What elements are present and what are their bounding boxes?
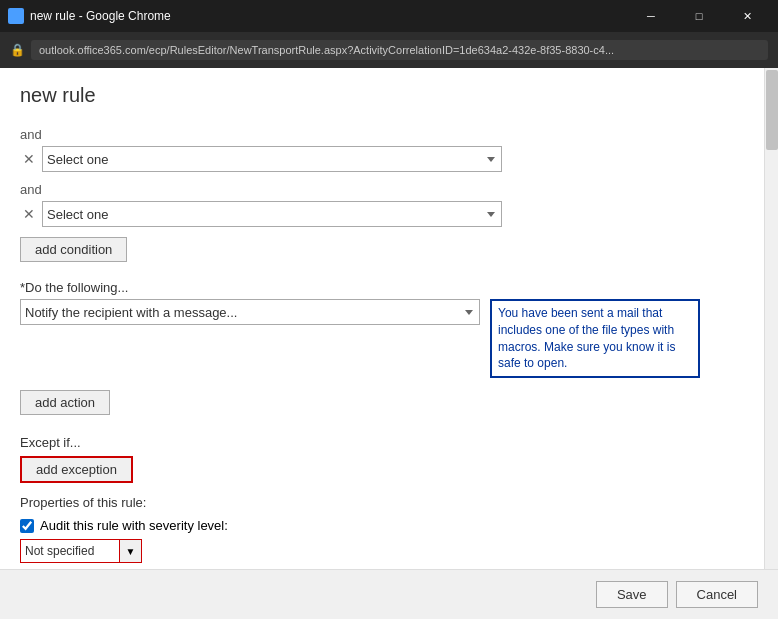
condition1-remove-button[interactable]: ✕ (20, 150, 38, 168)
condition1-dropdown[interactable]: Select one (42, 146, 502, 172)
condition2-dropdown[interactable]: Select one (42, 201, 502, 227)
message-preview: You have been sent a mail that includes … (490, 299, 700, 378)
condition2-row: ✕ Select one (20, 201, 758, 227)
scrollbar-track[interactable] (764, 68, 778, 569)
minimize-button[interactable]: ─ (628, 0, 674, 32)
action-row: Notify the recipient with a message... Y… (20, 299, 758, 378)
condition2-label: and (20, 182, 758, 197)
maximize-button[interactable]: □ (676, 0, 722, 32)
title-bar: new rule - Google Chrome ─ □ ✕ (0, 0, 778, 32)
window-controls: ─ □ ✕ (628, 0, 770, 32)
condition1-row: ✕ Select one (20, 146, 758, 172)
condition1-label: and (20, 127, 758, 142)
severity-dropdown[interactable]: Not specified Low Medium High (20, 539, 120, 563)
lock-icon: 🔒 (10, 43, 25, 57)
audit-label: Audit this rule with severity level: (40, 518, 228, 533)
cancel-button[interactable]: Cancel (676, 581, 758, 608)
severity-arrow-button[interactable]: ▼ (120, 539, 142, 563)
action-dropdown[interactable]: Notify the recipient with a message... (20, 299, 480, 325)
properties-label: Properties of this rule: (20, 495, 758, 510)
save-button[interactable]: Save (596, 581, 668, 608)
content-wrapper: new rule and ✕ Select one and ✕ Select o… (0, 68, 778, 619)
scrollbar-thumb[interactable] (766, 70, 778, 150)
address-bar: 🔒 outlook.office365.com/ecp/RulesEditor/… (0, 32, 778, 68)
severity-wrapper: Not specified Low Medium High ▼ (20, 539, 758, 563)
window-title: new rule - Google Chrome (30, 9, 628, 23)
url-field[interactable]: outlook.office365.com/ecp/RulesEditor/Ne… (31, 40, 768, 60)
add-condition-button[interactable]: add condition (20, 237, 127, 262)
add-action-button[interactable]: add action (20, 390, 110, 415)
except-label: Except if... (20, 435, 758, 450)
close-button[interactable]: ✕ (724, 0, 770, 32)
audit-checkbox-row: Audit this rule with severity level: (20, 518, 758, 533)
chrome-icon (8, 8, 24, 24)
do-following-label: *Do the following... (20, 280, 758, 295)
footer: Save Cancel (0, 569, 778, 619)
audit-checkbox[interactable] (20, 519, 34, 533)
add-exception-button[interactable]: add exception (20, 456, 133, 483)
condition2-remove-button[interactable]: ✕ (20, 205, 38, 223)
form-area: and ✕ Select one and ✕ Select one add co… (0, 117, 778, 619)
page-title: new rule (0, 68, 778, 117)
